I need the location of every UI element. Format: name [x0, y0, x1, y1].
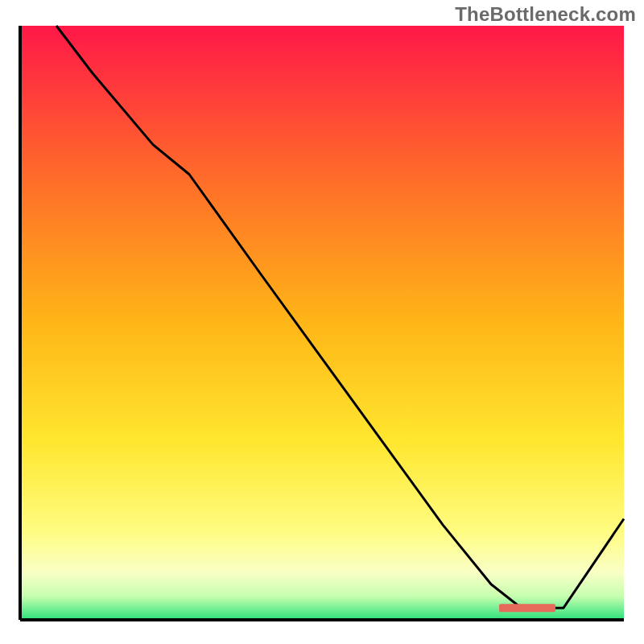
- chart-frame: TheBottleneck.com: [0, 0, 644, 644]
- optimal-marker: [499, 604, 555, 612]
- chart-svg: [0, 0, 644, 644]
- plot-background: [20, 26, 624, 620]
